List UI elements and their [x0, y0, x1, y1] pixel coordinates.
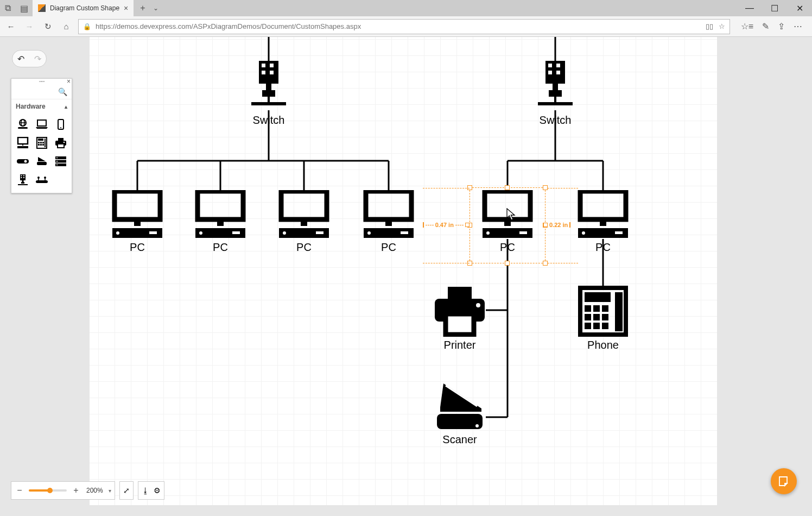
shape-mobile-icon[interactable] [53, 118, 68, 131]
undo-button[interactable]: ↶ [12, 51, 29, 67]
shape-server-icon[interactable] [53, 155, 68, 168]
settings-button[interactable]: ⚙ [154, 486, 161, 495]
svg-rect-120 [593, 305, 600, 312]
notes-icon[interactable]: ✎ [762, 21, 769, 32]
redo-button[interactable]: ↷ [29, 51, 46, 67]
selection-handle[interactable] [543, 185, 548, 190]
shape-pc-icon[interactable] [15, 136, 30, 149]
svg-rect-34 [23, 175, 24, 177]
zoom-in-button[interactable]: + [71, 486, 81, 495]
shape-phone-icon[interactable] [34, 136, 49, 149]
home-button[interactable]: ⌂ [60, 20, 73, 33]
shape-router-icon[interactable] [34, 173, 49, 186]
node-pc-3[interactable]: PC [278, 190, 330, 254]
node-label: Switch [538, 114, 573, 127]
measurement-label: 0.22 in [549, 222, 568, 228]
svg-rect-66 [266, 84, 271, 90]
svg-rect-25 [37, 162, 47, 165]
shape-projector-icon[interactable] [15, 155, 30, 168]
window-controls: — ☐ ✕ [737, 0, 812, 16]
node-label: Scaner [434, 433, 486, 446]
refresh-button[interactable]: ↻ [41, 20, 54, 33]
toolbox-drag-handle[interactable]: ┉┉ × [11, 79, 72, 84]
more-icon[interactable]: ⋯ [794, 21, 802, 32]
svg-rect-119 [585, 305, 591, 312]
svg-rect-13 [38, 142, 40, 143]
toolbox-close-icon[interactable]: × [67, 78, 71, 85]
svg-rect-87 [232, 231, 240, 234]
selection-handle[interactable] [505, 261, 510, 266]
close-button[interactable]: ✕ [787, 0, 812, 16]
shape-laptop-icon[interactable] [34, 118, 49, 131]
fullscreen-button[interactable]: ⤢ [119, 481, 134, 500]
node-pc-2[interactable]: PC [194, 190, 246, 254]
new-tab-icon[interactable]: + [140, 3, 145, 13]
svg-rect-4 [37, 120, 46, 126]
svg-point-21 [63, 142, 65, 143]
address-bar[interactable]: 🔒 https://demos.devexpress.com/ASPxDiagr… [78, 19, 730, 34]
tab-title: Diagram Custom Shape [50, 4, 119, 12]
svg-rect-92 [316, 231, 323, 234]
svg-rect-7 [18, 137, 28, 144]
svg-point-98 [367, 231, 371, 235]
svg-rect-16 [38, 144, 40, 146]
svg-rect-3 [18, 127, 28, 129]
zoom-slider[interactable] [29, 489, 67, 492]
back-button[interactable]: ← [4, 20, 17, 33]
maximize-button[interactable]: ☐ [762, 0, 787, 16]
phone-icon [578, 286, 628, 337]
forward-button[interactable]: → [23, 20, 36, 33]
favorites-hub-icon[interactable]: ☆≡ [741, 21, 753, 32]
node-printer[interactable]: Printer [434, 286, 486, 351]
svg-rect-23 [17, 159, 29, 163]
shape-printer-icon[interactable] [53, 136, 68, 149]
reading-view-icon[interactable]: ▯▯ [706, 22, 713, 30]
feedback-fab[interactable] [771, 468, 797, 494]
svg-rect-33 [21, 175, 22, 177]
svg-point-108 [582, 231, 585, 235]
node-pc-6[interactable]: PC [577, 190, 629, 254]
svg-rect-74 [556, 71, 560, 74]
node-switch-2[interactable]: Switch [538, 60, 573, 127]
tab-close-icon[interactable]: × [124, 4, 128, 12]
svg-rect-68 [251, 102, 286, 105]
node-phone[interactable]: Phone [578, 286, 628, 351]
minimize-button[interactable]: — [737, 0, 762, 16]
toolbox-shapes [11, 114, 72, 193]
toolbox-search[interactable]: 🔍 [11, 84, 72, 99]
node-pc-4[interactable]: PC [363, 190, 415, 254]
shape-scanner-icon[interactable] [34, 155, 49, 168]
guide-line [548, 188, 578, 188]
svg-rect-36 [23, 177, 24, 178]
selection-handle[interactable] [505, 185, 510, 190]
zoom-out-button[interactable]: − [15, 486, 24, 495]
node-label: PC [577, 241, 629, 254]
selection-box[interactable] [470, 187, 545, 263]
shape-switch-icon[interactable] [15, 173, 30, 186]
selection-handle[interactable] [543, 261, 548, 266]
node-pc-1[interactable]: PC [111, 190, 163, 254]
browser-toolbar: ← → ↻ ⌂ 🔒 https://demos.devexpress.com/A… [0, 16, 812, 37]
tab-favicon [38, 4, 46, 12]
svg-rect-127 [602, 323, 608, 329]
tab-aside-icons[interactable]: ⧉▤ [0, 0, 33, 16]
view-tools: ⭳ ⚙ [138, 481, 164, 500]
node-switch-1[interactable]: Switch [251, 60, 286, 127]
zoom-dropdown-icon[interactable]: ▾ [109, 488, 111, 494]
svg-rect-69 [268, 97, 270, 102]
svg-rect-38 [21, 182, 24, 184]
svg-rect-19 [58, 138, 64, 141]
export-button[interactable]: ⭳ [142, 486, 149, 495]
favorite-icon[interactable]: ☆ [719, 22, 725, 30]
toolbox-category-header[interactable]: Hardware ▴ [11, 99, 72, 114]
svg-rect-97 [401, 231, 408, 234]
diagram-canvas[interactable]: Switch Switch PC PC PC PC PC [90, 37, 717, 505]
svg-rect-64 [262, 71, 265, 74]
browser-tab[interactable]: Diagram Custom Shape × [33, 0, 134, 16]
svg-rect-114 [437, 414, 483, 429]
node-scanner[interactable]: Scaner [434, 381, 486, 446]
tabs-dropdown-icon[interactable]: ⌄ [153, 4, 158, 12]
shape-internet-icon[interactable] [15, 118, 30, 131]
share-icon[interactable]: ⇪ [778, 21, 785, 32]
svg-point-30 [56, 161, 58, 162]
